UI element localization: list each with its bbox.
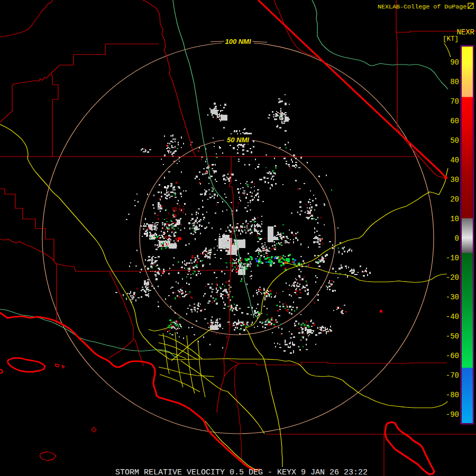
svg-text:-10: -10	[446, 254, 459, 262]
svg-text:-80: -80	[446, 391, 459, 399]
svg-text:-30: -30	[446, 293, 459, 301]
svg-text:-50: -50	[446, 332, 459, 341]
svg-text:10: 10	[450, 215, 459, 223]
svg-text:-60: -60	[446, 352, 459, 360]
svg-text:0: 0	[455, 234, 459, 243]
svg-text:NEXLAB-College of DuPage: NEXLAB-College of DuPage	[378, 3, 466, 11]
svg-text:50: 50	[450, 136, 459, 145]
svg-text:60: 60	[450, 117, 459, 125]
svg-text:30: 30	[450, 176, 459, 184]
svg-text:40: 40	[450, 156, 459, 164]
svg-text:-70: -70	[446, 371, 459, 380]
svg-text:STORM RELATIVE VELOCITY 0.5 DE: STORM RELATIVE VELOCITY 0.5 DEG - KEYX 9…	[115, 468, 368, 476]
svg-text:-40: -40	[446, 313, 459, 321]
svg-text:90: 90	[450, 58, 459, 67]
svg-text:20: 20	[450, 195, 459, 204]
svg-text:-20: -20	[446, 273, 459, 282]
svg-text:[KT]: [KT]	[443, 35, 459, 43]
svg-text:80: 80	[450, 78, 459, 86]
svg-text:50 NMI: 50 NMI	[227, 136, 249, 144]
svg-text:100 NMI: 100 NMI	[225, 38, 251, 45]
svg-text:-90: -90	[446, 410, 459, 419]
svg-text:70: 70	[450, 97, 459, 106]
svg-text:NEXR: NEXR	[456, 28, 474, 36]
